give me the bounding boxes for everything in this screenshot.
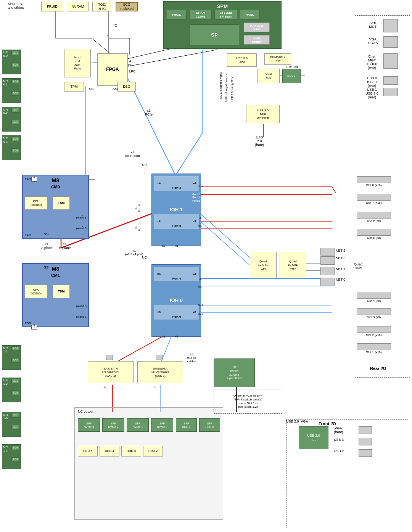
net1-label: NET 1: [336, 267, 345, 271]
net2-label: NET 2: [336, 249, 345, 252]
mr-0-1-region: MR0-1 BOB BOB: [2, 78, 21, 103]
il-a-b-1-bot: IL(A and B): [76, 313, 87, 318]
internal-label: (internal): [280, 65, 303, 68]
ioh1-region: ILPort 0 ILPort 1 IOH 1 x4 x4 Port 4 x8 …: [134, 174, 201, 248]
usb-hub-box: USBhub: [258, 69, 280, 83]
ssi-right-label: SSI: [113, 87, 118, 91]
sff-nvme1: SFFNVMe 1: [127, 418, 149, 432]
slot4-label: Slot 4 (x8): [357, 299, 391, 302]
t8m-1: T8M: [53, 285, 70, 298]
sas0-cable-label: 4: [154, 385, 156, 389]
slot1-box: [357, 343, 391, 350]
net1-conn: [320, 267, 335, 275]
m8-cm0-label: M8CM0: [51, 177, 60, 190]
x8-ioh0-top: x8: [198, 278, 201, 281]
mr-1-2-region: MR1-2 BOB BOB: [2, 378, 21, 402]
vga-front-conn: [359, 426, 372, 434]
cpu-dc-1: CPUDC/DCs: [25, 285, 48, 298]
ioh0-region: IOH 0 x4 x4 Port 4 x8 x8 Port 0: [134, 264, 201, 339]
vga-splitter-box: VGAsplitter: [244, 35, 270, 45]
cl-a-plane-label: CLA plane: [41, 242, 53, 250]
scc-box: SCCsocketed: [116, 2, 138, 11]
x16-ioh1-p1: x16: [198, 184, 203, 187]
usb-kbd-label: USB 1.1 keybd / mouse: [225, 67, 228, 109]
sas1-cable-label: 4: [104, 385, 106, 389]
optional-pcie-box: Optional PCIe to SFFNVME switch card(s)o…: [214, 389, 282, 414]
usb20-hub-front-box: USB 2.0hub: [299, 426, 328, 449]
il-a-b-1-top: IL(A and B): [76, 302, 87, 307]
nc-output-label: NC output: [78, 410, 93, 413]
i2c-label-4: 4: [107, 34, 109, 37]
mr-1-1-region: MR1-1 BOB BOB: [2, 345, 21, 370]
svg-line-36: [194, 208, 252, 259]
slot4-box: [357, 292, 391, 299]
m8-cm1-label: M8CM1: [51, 266, 60, 278]
fsr0-bot-label: FSR: [25, 233, 31, 236]
nc-label-ioh0: NC: [142, 256, 147, 259]
dbg-box: DBG: [117, 82, 136, 92]
x16-ioh1-p2: x16: [198, 194, 203, 197]
x1-pcie-label: x1PCIe: [145, 109, 153, 116]
svg-line-3: [92, 38, 113, 55]
slot7-label: Slot 7 (x16): [357, 201, 391, 204]
fruid-spm-box: FRUID: [167, 10, 187, 19]
ssi-cm1: SSI: [44, 265, 50, 269]
mr-1-3-region: MR1-3 BOB BOB: [2, 444, 21, 469]
ssi-left-label: SSI: [89, 87, 95, 91]
host-data-flash-box: Hostanddataflash: [64, 49, 91, 77]
x16-ioh0-4: x16: [198, 312, 203, 315]
nvram-box: NVRAM: [67, 2, 89, 11]
four-x4-cables-label: 16four x4cables: [187, 353, 196, 363]
hdd3: HDD 3: [121, 446, 141, 456]
mr-0-2-region: MR0-2 BOB BOB: [2, 107, 21, 132]
svg-line-8: [126, 50, 217, 67]
fpga-box: FPGA: [97, 53, 128, 86]
quad-10gbe-rear-label: Quad10GbE: [353, 262, 364, 270]
x8-ioh1-p3a: x8: [198, 217, 201, 220]
quad-10gbe-phy-box: Quad10 GbEPHY: [280, 252, 306, 278]
sas0-conn: [156, 355, 163, 360]
sff-nvme2: SFFNVMe 2: [102, 418, 124, 432]
ioh0-port0-box: x8 x8 Port 0: [154, 305, 200, 320]
usb20-storage-label: USB 2.0 storage/Enet: [231, 67, 233, 111]
ssi-cm0: SSI: [44, 232, 50, 236]
mr-1-0-region: MR1-0 BOB BOB: [2, 412, 21, 437]
sff-hdd1: SFFHDD 1: [176, 418, 197, 432]
slot3-box: [357, 308, 391, 315]
x8-ioh1-p3b: x8: [198, 224, 201, 228]
il-a-b-0-top: IL(A and B): [76, 214, 87, 219]
bcm-box: BCM54612PHY: [264, 53, 291, 65]
slot8-box: [357, 176, 391, 183]
svg-line-11: [175, 133, 202, 175]
usb3-front-label: USB 3: [334, 438, 344, 442]
hdd4: HDD 4: [100, 446, 119, 456]
ioh0-box: IOH 0 x4 x4 Port 4 x8 x8 Port 0: [151, 264, 201, 337]
i2c-label-1: I²C: [113, 24, 117, 27]
lpc-label: LPC: [129, 69, 136, 73]
max3241-box: MAX 3241serial: [244, 23, 270, 32]
cpu-dc-0: CPUDC/DCs: [25, 196, 48, 210]
tpm-box: TPM: [64, 82, 84, 92]
usb30-host-box: USB 3.0hostcontroller: [246, 105, 280, 123]
m8-cm1-region: M8CM1 CPUDC/DCs T8M IL(A and B) IL(A and…: [22, 263, 89, 327]
slot1-label: Slot 1 (x16): [357, 350, 391, 354]
dram-box: DRAM512MB: [190, 10, 212, 19]
ioh1-port4-box: x4 x4 Port 4: [154, 176, 200, 191]
main-diagram: FRUID NVRAM TOD/RTC SCCsocketed SPD, env…: [0, 0, 412, 532]
usb20-vga-labels: USB 2.0 VGA: [286, 419, 308, 423]
x1-x4-label-ioh0: x1(of of x4 port): [125, 249, 143, 256]
net3-conn: [320, 256, 335, 265]
net3-label: NET 3: [336, 256, 345, 260]
i2c-label-2: 4I²C: [128, 59, 132, 67]
il-port1-label: ILPort 1: [134, 223, 141, 231]
hdd2: HDD 2: [143, 446, 163, 456]
m8-cm0-region: M8CM0 FSR 23 67 45 01 CPUDC/DCs T8M IL(A…: [22, 175, 89, 239]
slot5-box: [357, 229, 391, 236]
usb2-front-conn: [359, 449, 372, 457]
spi-flash-box: 3x 16MBSPI flash: [214, 10, 237, 19]
net0-label: NET 0: [336, 278, 345, 281]
spm-box: SPM FRUID DRAM512MB 3x 16MBSPI flash NAN…: [163, 1, 282, 49]
x8-ioh0-2: x8: [198, 285, 201, 289]
slot6-label: Slot 6 (x8): [357, 219, 391, 222]
ioh0-port4-box: x4 x4 Port 4: [154, 267, 200, 282]
